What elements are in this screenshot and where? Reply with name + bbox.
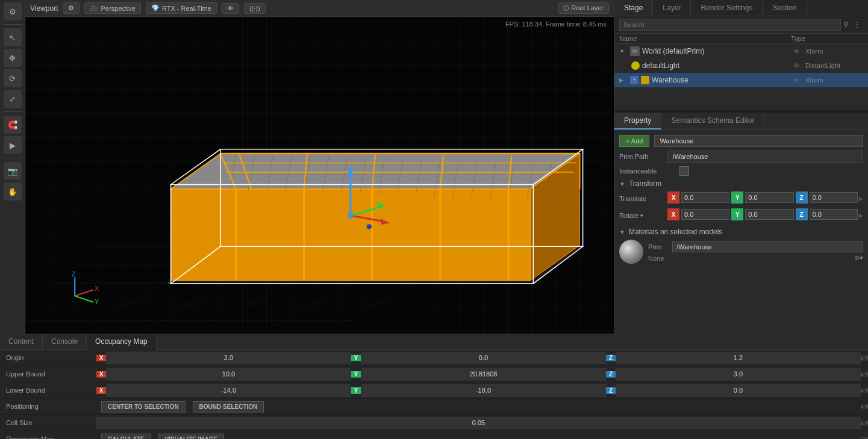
origin-z-input[interactable]: [616, 352, 861, 364]
toolbar-play-btn[interactable]: ▶: [4, 136, 22, 154]
viewport-audio-btn[interactable]: ((·)): [244, 3, 266, 14]
defaultlight-item-name: defaultLight: [642, 61, 793, 70]
cell-size-label: Cell Size: [0, 419, 96, 426]
tab-console[interactable]: Console: [43, 334, 87, 349]
warehouse-item-name: Warehouse: [652, 76, 793, 84]
viewport-camera-btn[interactable]: 🎥 Perspective: [84, 2, 140, 14]
toolbar-settings-btn[interactable]: ⚙: [4, 2, 22, 20]
rotate-x-input[interactable]: [681, 209, 729, 220]
translate-x-input[interactable]: [681, 192, 729, 203]
viewport-settings-btn[interactable]: ⚙: [63, 2, 80, 14]
materials-collapse-arrow: ▼: [619, 229, 625, 235]
prim-path-input[interactable]: [667, 151, 863, 163]
stage-column-header: Name Type: [614, 34, 868, 44]
toolbar-snap-btn[interactable]: 🧲: [4, 116, 22, 134]
tab-stage[interactable]: Stage: [614, 0, 653, 16]
instanceable-row: Instanceable: [619, 166, 863, 176]
mat-action-btn-1[interactable]: ⊕: [854, 254, 860, 262]
occupancy-map-fields: CALCULATE VISUALIZE IMAGE: [96, 434, 861, 440]
mat-prim-input[interactable]: [672, 241, 863, 252]
origin-y-input[interactable]: [361, 352, 606, 364]
calculate-btn[interactable]: CALCULATE: [101, 434, 151, 440]
world-icon: W: [630, 46, 640, 56]
cell-size-input[interactable]: [96, 417, 861, 429]
search-input[interactable]: [619, 19, 841, 31]
add-name-input[interactable]: [654, 135, 863, 147]
rotate-y-input[interactable]: [745, 209, 793, 220]
positioning-scroll: ▲▼: [861, 404, 868, 409]
viewport-render-btn[interactable]: 💎 RTX - Real-Time: [146, 2, 217, 14]
transform-section-title: Transform: [629, 179, 661, 188]
mat-prim-label: Prim: [648, 243, 672, 251]
filter-icon-btn[interactable]: ⚲: [841, 19, 851, 30]
defaultlight-item-type: DistantLight: [805, 62, 866, 69]
toolbar-rotate-btn[interactable]: ⟳: [4, 69, 22, 87]
rotate-dropdown-arrow[interactable]: ▾: [640, 213, 643, 219]
tab-occupancy-map[interactable]: Occupancy Map: [87, 334, 157, 350]
rotate-row: Rotate ▾ X Y Z ▶: [619, 208, 863, 223]
tab-section[interactable]: Section: [763, 0, 807, 16]
expand-warehouse-arrow[interactable]: ▶: [619, 77, 628, 83]
viewport-eye-btn[interactable]: 👁: [222, 3, 239, 14]
positioning-row: Positioning CENTER TO SELECTION BOUND SE…: [0, 399, 868, 415]
rotate-label: Rotate ▾: [619, 212, 667, 219]
toolbar-move-btn[interactable]: ✥: [4, 49, 22, 67]
translate-y-input[interactable]: [745, 192, 793, 203]
rotate-y-label: Y: [731, 208, 743, 220]
lower-z-input[interactable]: [616, 384, 861, 397]
stage-item-warehouse[interactable]: ▶ + Warehouse 👁 Xform: [614, 73, 868, 87]
tab-content[interactable]: Content: [0, 334, 43, 349]
lower-y-input[interactable]: [361, 384, 606, 397]
search-bar: ⚲ ⋮: [614, 16, 868, 34]
occupancy-map-label: Occupancy Map: [0, 435, 96, 439]
mat-none-row: None ⊕ ▾: [648, 254, 863, 262]
origin-y-field: Y: [351, 352, 606, 364]
stage-tree: ▼ W World (defaultPrim) 👁 Xform defaultL…: [614, 44, 868, 110]
materials-section-header[interactable]: ▼ Materials on selected models: [619, 228, 863, 236]
toolbar-select-btn[interactable]: ↖: [4, 28, 22, 46]
add-button[interactable]: + Add: [619, 135, 649, 147]
lower-z-field: Z: [606, 384, 861, 397]
viewport-root-layer-btn[interactable]: ⬡ Root Layer: [558, 2, 609, 14]
visualize-image-btn[interactable]: VISUALIZE IMAGE: [158, 434, 224, 440]
warehouse-eye-icon[interactable]: 👁: [793, 76, 805, 84]
world-eye-icon[interactable]: 👁: [793, 48, 805, 55]
cell-size-fields: [96, 417, 861, 429]
svg-point-64: [367, 224, 372, 229]
viewport-title: Viewport: [30, 4, 58, 13]
bound-selection-btn[interactable]: BOUND SELECTION: [193, 401, 264, 413]
rotate-z-input[interactable]: [810, 209, 858, 220]
translate-z-label: Z: [796, 191, 808, 204]
stage-item-defaultlight[interactable]: defaultLight 👁 DistantLight: [614, 58, 868, 73]
tab-property[interactable]: Property: [614, 113, 661, 129]
mat-action-btn-2[interactable]: ▾: [860, 254, 863, 262]
tab-render-settings[interactable]: Render Settings: [691, 0, 763, 16]
origin-x-input[interactable]: [106, 352, 351, 364]
instanceable-checkbox[interactable]: [679, 166, 689, 176]
lower-y-field: Y: [351, 384, 606, 397]
upper-scroll: ▲▼: [861, 372, 868, 377]
translate-z-input[interactable]: [810, 192, 858, 203]
upper-z-input[interactable]: [616, 368, 861, 381]
tab-layer[interactable]: Layer: [653, 0, 691, 16]
lower-y-label: Y: [351, 387, 361, 394]
more-options-btn[interactable]: ⋮: [851, 19, 863, 30]
add-row: + Add: [619, 135, 863, 147]
defaultlight-eye-icon[interactable]: 👁: [793, 62, 805, 69]
toolbar-camera-btn[interactable]: 📷: [4, 162, 22, 180]
toolbar-hand-btn[interactable]: ✋: [4, 182, 22, 201]
stage-item-world[interactable]: ▼ W World (defaultPrim) 👁 Xform: [614, 44, 868, 58]
translate-x-label: X: [667, 191, 679, 204]
material-info: Prim None ⊕ ▾: [648, 241, 863, 262]
upper-x-input[interactable]: [106, 368, 351, 381]
upper-y-input[interactable]: [361, 368, 606, 381]
svg-line-65: [75, 290, 93, 296]
expand-world-arrow[interactable]: ▼: [619, 48, 628, 54]
upper-z-label: Z: [606, 371, 616, 378]
viewport-canvas[interactable]: X Y Z FPS: 118.34, Frame time: 8.45 ms: [25, 17, 614, 334]
toolbar-scale-btn[interactable]: ⤢: [4, 90, 22, 108]
center-to-selection-btn[interactable]: CENTER TO SELECTION: [101, 401, 186, 413]
transform-section-header[interactable]: ▼ Transform: [619, 179, 863, 188]
lower-x-input[interactable]: [106, 384, 351, 397]
tab-semantics[interactable]: Semantics Schema Editor: [661, 113, 764, 129]
